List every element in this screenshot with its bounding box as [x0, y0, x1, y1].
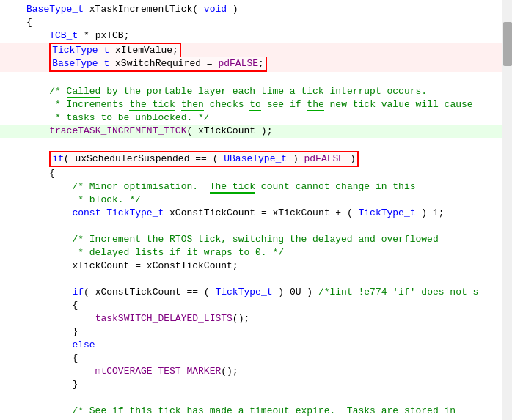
code-content: }	[26, 378, 512, 391]
code-content: TickType_t xItemValue;	[26, 43, 512, 57]
code-line-19: * delayed lists if it wraps to 0. */	[0, 246, 512, 259]
code-line-15: * block. */	[0, 194, 512, 207]
code-content: /* Called by the portable layer each tim…	[26, 85, 512, 98]
code-line-12: if( uxSchedulerSuspended == ( UBaseType_…	[0, 151, 512, 167]
code-content: if( uxSchedulerSuspended == ( UBaseType_…	[26, 151, 512, 167]
code-line-14: /* Minor optimisation. The tick count ca…	[0, 180, 512, 194]
code-line-24: taskSWITCH_DELAYED_LISTS();	[0, 312, 512, 325]
code-line-21	[0, 273, 512, 286]
code-line-26: else	[0, 339, 512, 352]
code-line-20: xTickCount = xConstTickCount;	[0, 259, 512, 273]
code-content	[26, 72, 512, 85]
code-line-3: TCB_t * pxTCB;	[0, 29, 512, 43]
code-content: * tasks to be unblocked. */	[26, 111, 512, 125]
code-line-30	[0, 391, 512, 405]
code-content: {	[26, 352, 512, 365]
code-content: BaseType_t xSwitchRequired = pdFALSE;	[26, 57, 512, 72]
code-content: * block. */	[26, 194, 512, 207]
code-content	[26, 391, 512, 405]
code-line-9: * tasks to be unblocked. */	[0, 111, 512, 125]
code-line-6	[0, 72, 512, 85]
code-content: const TickType_t xConstTickCount = xTick…	[26, 207, 512, 220]
code-line-22: if( xConstTickCount == ( TickType_t ) 0U…	[0, 286, 512, 299]
code-editor: BaseType_t xTaskIncrementTick( void ) { …	[0, 0, 512, 420]
code-line-5: BaseType_t xSwitchRequired = pdFALSE;	[0, 57, 512, 72]
code-content: /* See if this tick has made a timeout e…	[26, 405, 512, 418]
code-line-4: TickType_t xItemValue;	[0, 43, 512, 57]
code-content: mtCOVERAGE_TEST_MARKER();	[26, 365, 512, 378]
code-content: taskSWITCH_DELAYED_LISTS();	[26, 312, 512, 325]
code-line-11	[0, 138, 512, 151]
code-content: BaseType_t xTaskIncrementTick( void )	[26, 3, 512, 16]
code-content: if( xConstTickCount == ( TickType_t ) 0U…	[26, 286, 512, 299]
code-line-31: /* See if this tick has made a timeout e…	[0, 405, 512, 418]
code-line-23: {	[0, 299, 512, 312]
code-line-27: {	[0, 352, 512, 365]
code-line-28: mtCOVERAGE_TEST_MARKER();	[0, 365, 512, 378]
code-content	[26, 138, 512, 151]
code-content: /* Increment the RTOS tick, switching th…	[26, 233, 512, 246]
code-content: * delayed lists if it wraps to 0. */	[26, 246, 512, 259]
code-line-10: traceTASK_INCREMENT_TICK( xTickCount );	[0, 125, 512, 138]
code-line-18: /* Increment the RTOS tick, switching th…	[0, 233, 512, 246]
code-line-13: {	[0, 167, 512, 180]
scrollbar-vertical[interactable]	[502, 0, 512, 420]
code-content: {	[26, 16, 512, 29]
code-content: TCB_t * pxTCB;	[26, 29, 512, 43]
scrollbar-thumb[interactable]	[503, 22, 512, 66]
code-line-8: * Increments the tick then checks to see…	[0, 98, 512, 111]
code-content: }	[26, 325, 512, 339]
code-content: /* Minor optimisation. The tick count ca…	[26, 180, 512, 194]
code-content	[26, 273, 512, 286]
code-line-2: {	[0, 16, 512, 29]
code-content: {	[26, 299, 512, 312]
code-line-7: /* Called by the portable layer each tim…	[0, 85, 512, 98]
code-line-29: }	[0, 378, 512, 391]
code-content: * Increments the tick then checks to see…	[26, 98, 512, 111]
code-content	[26, 220, 512, 233]
code-content: else	[26, 339, 512, 352]
code-line-1: BaseType_t xTaskIncrementTick( void )	[0, 3, 512, 16]
code-line-16: const TickType_t xConstTickCount = xTick…	[0, 207, 512, 220]
code-line-17	[0, 220, 512, 233]
code-line-25: }	[0, 325, 512, 339]
code-content: traceTASK_INCREMENT_TICK( xTickCount );	[26, 125, 512, 138]
code-content: {	[26, 167, 512, 180]
code-content: xTickCount = xConstTickCount;	[26, 259, 512, 273]
